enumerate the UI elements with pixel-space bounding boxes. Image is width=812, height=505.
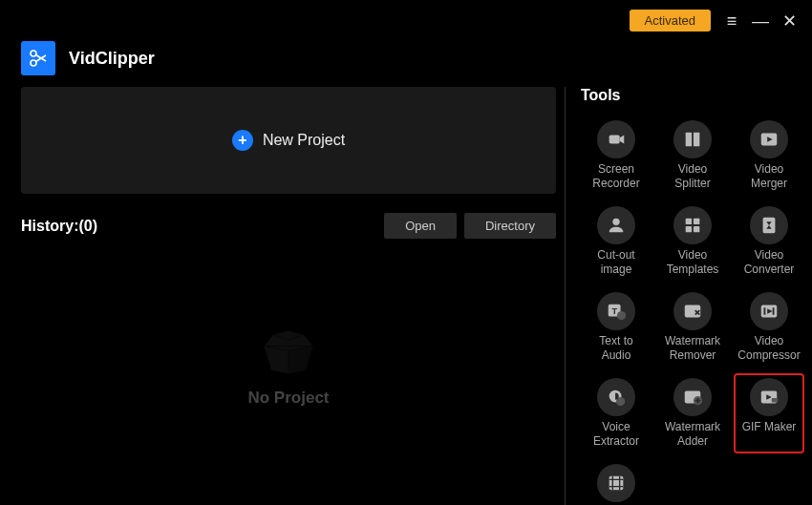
converter-icon bbox=[750, 206, 788, 244]
tool-video-converter[interactable]: Video Converter bbox=[734, 201, 804, 282]
tool-label: Cut-out image bbox=[597, 248, 634, 277]
tool-label: GIF Maker bbox=[742, 420, 797, 449]
wm-remove-icon bbox=[673, 292, 712, 330]
tool-text-to-audio[interactable]: Text to Audio bbox=[581, 287, 652, 368]
svg-point-0 bbox=[31, 51, 36, 56]
tool-voice-extractor[interactable]: Voice Extractor bbox=[581, 373, 652, 453]
activated-button[interactable]: Activated bbox=[630, 10, 711, 32]
left-column: + New Project History:(0) Open Directory… bbox=[21, 87, 557, 505]
new-project-label: New Project bbox=[263, 132, 345, 149]
minimize-icon[interactable]: — bbox=[753, 13, 768, 29]
tools-grid: Screen RecorderVideo SplitterVideo Merge… bbox=[581, 116, 804, 505]
tool-label: Video Compressor bbox=[737, 334, 800, 363]
title-bar: Activated ≡ — ✕ bbox=[0, 0, 812, 32]
tool-label: Voice Extractor bbox=[593, 420, 639, 449]
splitter-icon bbox=[673, 120, 712, 158]
tool-watermark-adder[interactable]: Watermark Adder bbox=[657, 373, 728, 453]
camera-icon bbox=[597, 120, 635, 158]
templates-icon bbox=[673, 206, 712, 244]
app-logo-icon bbox=[21, 41, 55, 75]
no-project-placeholder: No Project bbox=[21, 315, 556, 408]
play-icon bbox=[750, 120, 788, 158]
tool-label: Screen Recorder bbox=[592, 162, 639, 191]
tool-video-compressor[interactable]: Video Compressor bbox=[734, 287, 804, 368]
tool-video-splitter[interactable]: Video Splitter bbox=[657, 116, 728, 196]
tool-gif-maker[interactable]: GIF Maker bbox=[734, 373, 804, 453]
open-button[interactable]: Open bbox=[384, 213, 457, 239]
close-icon[interactable]: ✕ bbox=[781, 13, 797, 29]
tools-panel: Tools Screen RecorderVideo SplitterVideo… bbox=[581, 87, 812, 505]
svg-point-1 bbox=[31, 60, 36, 66]
tool-screen-recorder[interactable]: Screen Recorder bbox=[581, 116, 652, 196]
window-controls: ≡ — ✕ bbox=[724, 13, 797, 29]
text-audio-icon bbox=[597, 292, 635, 330]
svg-marker-5 bbox=[264, 347, 288, 374]
tool-video-templates[interactable]: Video Templates bbox=[657, 201, 728, 282]
tool-watermark-remover[interactable]: Watermark Remover bbox=[657, 287, 728, 368]
tool-label: Video Converter bbox=[744, 248, 795, 277]
tools-title: Tools bbox=[581, 87, 804, 104]
tool-label: Watermark Remover bbox=[665, 334, 720, 363]
tool-cut-out-image[interactable]: Cut-out image bbox=[581, 201, 652, 282]
cropper-icon bbox=[597, 464, 635, 502]
history-row: History:(0) Open Directory bbox=[21, 213, 556, 239]
tool-video-merger[interactable]: Video Merger bbox=[734, 116, 804, 196]
voice-icon bbox=[597, 378, 635, 416]
svg-marker-6 bbox=[288, 347, 313, 374]
no-project-label: No Project bbox=[247, 389, 329, 408]
tool-video-cropper[interactable]: Video Cropper bbox=[581, 459, 652, 505]
person-icon bbox=[597, 206, 635, 244]
plus-icon: + bbox=[232, 130, 253, 151]
tool-label: Video Splitter bbox=[674, 162, 710, 191]
new-project-button[interactable]: + New Project bbox=[21, 87, 556, 194]
compress-icon bbox=[750, 292, 788, 330]
tool-label: Text to Audio bbox=[599, 334, 632, 363]
menu-icon[interactable]: ≡ bbox=[724, 13, 739, 29]
divider bbox=[565, 87, 566, 505]
tool-label: Video Merger bbox=[751, 162, 787, 191]
gif-icon bbox=[750, 378, 788, 416]
app-title: VidClipper bbox=[69, 49, 155, 69]
tool-label: Video Templates bbox=[667, 248, 719, 277]
history-label: History:(0) bbox=[21, 218, 97, 235]
empty-box-icon bbox=[250, 315, 327, 377]
wm-add-icon bbox=[673, 378, 712, 416]
tool-label: Watermark Adder bbox=[665, 420, 720, 449]
app-header: VidClipper bbox=[0, 32, 812, 87]
directory-button[interactable]: Directory bbox=[464, 213, 556, 239]
